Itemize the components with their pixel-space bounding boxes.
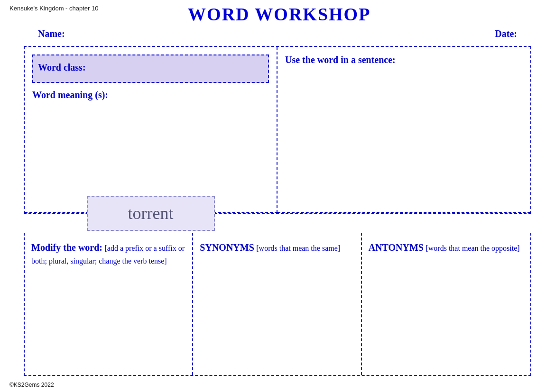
antonyms-cell: ANTONYMS [words that mean the opposite] bbox=[362, 233, 530, 375]
bottom-grid: Modify the word: [add a prefix or a suff… bbox=[24, 233, 531, 376]
synonyms-light2: [words that mean the same] bbox=[256, 244, 340, 252]
name-date-row: Name: Date: bbox=[9, 28, 546, 39]
name-label: Name: bbox=[38, 28, 65, 39]
footer: ©KS2Gems 2022 bbox=[9, 382, 54, 388]
date-label: Date: bbox=[495, 28, 517, 39]
synonyms-title: SYNONYMS [words that mean the same] bbox=[200, 240, 354, 255]
antonyms-light2: [words that mean the opposite] bbox=[426, 244, 519, 252]
torrent-box: torrent bbox=[87, 196, 215, 231]
modify-word-bold: Modify the word: bbox=[31, 242, 102, 253]
top-left-section: Word class: Word meaning (s): torrent bbox=[25, 47, 278, 213]
subtitle: Kensuke's Kingdom - chapter 10 bbox=[9, 5, 98, 12]
main-grid: Word class: Word meaning (s): torrent Us… bbox=[24, 46, 531, 214]
main-title: WORD WORKSHOP bbox=[98, 4, 460, 25]
antonyms-bold: ANTONYMS bbox=[369, 242, 424, 253]
top-right-section: Use the word in a sentence: bbox=[278, 47, 530, 213]
torrent-word: torrent bbox=[128, 204, 174, 223]
word-class-box: Word class: bbox=[32, 55, 269, 83]
synonyms-cell: SYNONYMS [words that mean the same] bbox=[193, 233, 361, 375]
word-meaning-label: Word meaning (s): bbox=[32, 90, 269, 100]
synonyms-bold: SYNONYMS bbox=[200, 242, 254, 253]
antonyms-title: ANTONYMS [words that mean the opposite] bbox=[369, 240, 524, 255]
use-sentence-label: Use the word in a sentence: bbox=[285, 55, 523, 65]
modify-word-title: Modify the word: [add a prefix or a suff… bbox=[31, 240, 185, 267]
modify-word-cell: Modify the word: [add a prefix or a suff… bbox=[25, 233, 193, 375]
word-class-label: Word class: bbox=[38, 62, 86, 73]
